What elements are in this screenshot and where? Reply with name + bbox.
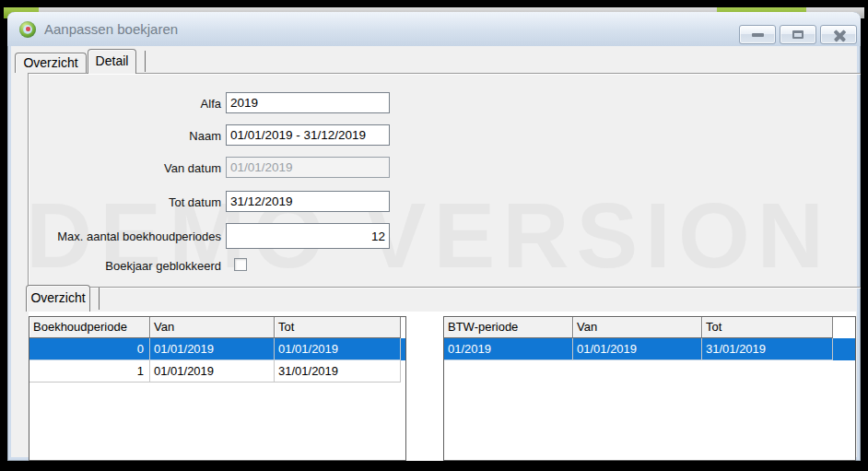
minimize-button[interactable] bbox=[739, 25, 776, 44]
cell-van: 01/01/2019 bbox=[150, 338, 275, 360]
column-header[interactable]: Boekhoudperiode bbox=[29, 317, 150, 338]
boekjaar-geblokkeerd-label: Boekjaar geblokkeerd bbox=[28, 259, 221, 273]
window-controls bbox=[739, 25, 857, 44]
table-row[interactable]: 0 01/01/2019 01/01/2019 bbox=[29, 338, 405, 360]
periods-panel: Boekhoudperiode Van Tot 0 01/01/2019 01/… bbox=[29, 312, 856, 461]
column-header[interactable]: BTW-periode bbox=[444, 317, 573, 338]
close-button[interactable] bbox=[820, 25, 857, 44]
column-header[interactable]: Tot bbox=[702, 317, 833, 338]
cell-tot: 01/01/2019 bbox=[275, 338, 401, 360]
btw-periode-grid: BTW-periode Van Tot 01/2019 01/01/2019 3… bbox=[443, 316, 856, 461]
restore-icon bbox=[792, 30, 803, 39]
cell-tot: 31/01/2019 bbox=[702, 338, 833, 360]
max-boekhoudperiodes-input[interactable] bbox=[226, 223, 390, 249]
max-boekhoudperiodes-label: Max. aantal boekhoudperiodes bbox=[28, 228, 221, 245]
table-row[interactable]: 1 01/01/2019 31/01/2019 bbox=[29, 360, 405, 383]
van-datum-input bbox=[226, 157, 390, 178]
cell-boekhoudperiode: 1 bbox=[29, 360, 150, 383]
tot-datum-label: Tot datum bbox=[28, 194, 221, 211]
boekjaar-geblokkeerd-checkbox[interactable] bbox=[234, 258, 247, 271]
tab-detail[interactable]: Detail bbox=[88, 49, 136, 74]
boekhoudperiode-header-row: Boekhoudperiode Van Tot bbox=[29, 317, 405, 338]
window-title: Aanpassen boekjaren bbox=[44, 21, 178, 37]
tot-datum-input[interactable] bbox=[226, 191, 390, 212]
cell-tot: 31/01/2019 bbox=[275, 360, 401, 383]
naam-label: Naam bbox=[28, 127, 221, 145]
app-globe-icon bbox=[19, 21, 36, 38]
column-header[interactable]: Tot bbox=[275, 317, 401, 338]
btw-header-row: BTW-periode Van Tot bbox=[444, 317, 855, 338]
bottom-tab-strip-divider bbox=[99, 288, 100, 310]
column-header[interactable]: Van bbox=[150, 317, 275, 338]
table-row[interactable]: 01/2019 01/01/2019 31/01/2019 bbox=[444, 338, 855, 360]
tab-strip-divider bbox=[145, 51, 146, 72]
dialog-aanpassen-boekjaren: DEMO VERSION Aanpassen boekjaren Overzic… bbox=[7, 12, 861, 461]
alfa-input[interactable] bbox=[226, 92, 390, 113]
naam-input[interactable] bbox=[226, 124, 390, 146]
close-icon bbox=[821, 26, 856, 43]
boekhoudperiode-grid: Boekhoudperiode Van Tot 0 01/01/2019 01/… bbox=[29, 316, 406, 461]
van-datum-label: Van datum bbox=[28, 159, 221, 177]
alfa-label: Alfa bbox=[28, 95, 221, 112]
cell-btw-periode: 01/2019 bbox=[444, 338, 573, 360]
tab-overzicht-bottom[interactable]: Overzicht bbox=[26, 285, 90, 312]
minimize-icon bbox=[752, 33, 764, 37]
tab-overzicht[interactable]: Overzicht bbox=[15, 53, 87, 73]
titlebar[interactable]: Aanpassen boekjaren bbox=[7, 12, 861, 46]
restore-button[interactable] bbox=[780, 25, 816, 44]
cell-van: 01/01/2019 bbox=[573, 338, 702, 360]
cell-boekhoudperiode: 0 bbox=[29, 338, 150, 360]
column-header[interactable]: Van bbox=[573, 317, 702, 338]
screenshot-root: DEMO VERSION Aanpassen boekjaren Overzic… bbox=[0, 0, 868, 471]
cell-van: 01/01/2019 bbox=[150, 360, 275, 383]
